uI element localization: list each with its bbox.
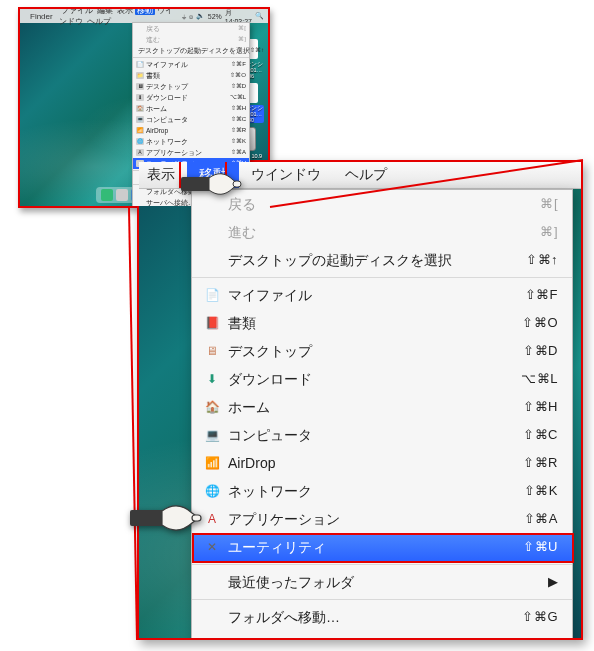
menu-ヘルプ[interactable]: ヘルプ: [333, 162, 399, 188]
menu-item[interactable]: ⬇ダウンロード⌥⌘L: [133, 92, 249, 103]
enlarged-dropdown-panel: 表示移動ウインドウヘルプ 戻る⌘[進む⌘]デスクトップの起動ディスクを選択⇧⌘↑…: [137, 160, 583, 640]
menu-編集[interactable]: 編集: [95, 7, 115, 15]
ic-network-icon: 🌐: [202, 483, 222, 499]
menu-item: 戻る⌘[: [133, 23, 249, 34]
menu-item[interactable]: デスクトップの起動ディスクを選択⇧⌘↑: [133, 45, 249, 56]
menu-item-label: マイファイル: [228, 285, 525, 305]
menu-item[interactable]: 🌐ネットワーク⇧⌘K: [133, 136, 249, 147]
menu-item[interactable]: 🏠ホーム⇧⌘H: [133, 103, 249, 114]
shortcut-label: ⇧⌘U: [523, 537, 558, 557]
menu-item-label: ネットワーク: [228, 481, 524, 501]
menu-item-label: サーバへ接続…: [228, 635, 535, 640]
menu-item-ユーティリティ[interactable]: ✕ユーティリティ⇧⌘U: [192, 533, 572, 561]
volume-icon[interactable]: 🔈: [196, 12, 205, 20]
ic-airdrop-icon: 📶: [202, 455, 222, 471]
shortcut-label: ⇧⌘A: [524, 509, 558, 529]
dock-icon[interactable]: [116, 189, 128, 201]
menu-item-最近使ったフォルダ[interactable]: 最近使ったフォルダ▶: [192, 568, 572, 596]
menu-item[interactable]: Aアプリケーション⇧⌘A: [133, 147, 249, 158]
submenu-arrow-icon: ▶: [548, 572, 559, 592]
wifi-icon[interactable]: ⏚: [182, 13, 186, 20]
menu-ウインドウ[interactable]: ウインドウ: [239, 162, 333, 188]
menu-item-アプリケーション[interactable]: Aアプリケーション⇧⌘A: [192, 505, 572, 533]
macos-menubar-big: 表示移動ウインドウヘルプ: [139, 162, 581, 189]
finder-dock-icon[interactable]: [101, 189, 113, 201]
ic-downloads-icon: ⬇: [202, 371, 222, 387]
shortcut-label: ⇧⌘F: [525, 285, 558, 305]
menu-item-戻る: 戻る⌘[: [192, 190, 572, 218]
menu-item-label: 進む: [228, 222, 540, 242]
go-menu-dropdown-big: 戻る⌘[進む⌘]デスクトップの起動ディスクを選択⇧⌘↑📄マイファイル⇧⌘F📕書類…: [191, 189, 573, 640]
macos-menubar-small: Finder ファイル編集表示移動ウインドウヘルプ ⏚ ⌾ 🔈 52% 月 14…: [20, 9, 268, 23]
shortcut-label: ⇧⌘K: [524, 481, 558, 501]
bluetooth-icon[interactable]: ⌾: [189, 13, 193, 20]
menu-item-デスクトップの起動ディスクを選択[interactable]: デスクトップの起動ディスクを選択⇧⌘↑: [192, 246, 572, 274]
menu-item-label: デスクトップの起動ディスクを選択: [228, 250, 526, 270]
menu-item-コンピュータ[interactable]: 💻コンピュータ⇧⌘C: [192, 421, 572, 449]
ic-util-icon: ✕: [202, 539, 222, 555]
shortcut-label: ⇧⌘O: [522, 313, 558, 333]
ic-desktop-icon: 🖥: [202, 343, 222, 359]
menu-item[interactable]: 📁書類⇧⌘O: [133, 70, 249, 81]
menu-item: 進む⌘]: [133, 34, 249, 45]
menu-ファイル[interactable]: ファイル: [59, 7, 95, 15]
shortcut-label: ⇧⌘C: [523, 425, 558, 445]
menu-ヘルプ[interactable]: ヘルプ: [85, 17, 113, 26]
menu-item-label: ダウンロード: [228, 369, 521, 389]
menu-item-ホーム[interactable]: 🏠ホーム⇧⌘H: [192, 393, 572, 421]
shortcut-label: ⌘[: [540, 194, 558, 214]
menu-item-label: ユーティリティ: [228, 537, 523, 557]
menu-移動[interactable]: 移動: [187, 162, 239, 188]
menu-item[interactable]: 💻コンピュータ⇧⌘C: [133, 114, 249, 125]
menu-item-label: コンピュータ: [228, 425, 523, 445]
ic-myfiles-icon: 📄: [202, 287, 222, 303]
menu-item-label: 戻る: [228, 194, 540, 214]
shortcut-label: ⇧⌘↑: [526, 250, 558, 270]
menu-item-書類[interactable]: 📕書類⇧⌘O: [192, 309, 572, 337]
menu-item-ダウンロード[interactable]: ⬇ダウンロード⌥⌘L: [192, 365, 572, 393]
menu-item[interactable]: 🖥デスクトップ⇧⌘D: [133, 81, 249, 92]
app-name[interactable]: Finder: [28, 12, 55, 21]
ic-app-icon: A: [202, 511, 222, 527]
menu-item-label: AirDrop: [228, 453, 523, 473]
menu-item[interactable]: 📄マイファイル⇧⌘F: [133, 59, 249, 70]
menu-表示[interactable]: 表示: [139, 162, 187, 188]
shortcut-label: ⇧⌘H: [523, 397, 558, 417]
spotlight-icon[interactable]: 🔍: [255, 12, 264, 20]
menu-item-label: ホーム: [228, 397, 523, 417]
menu-item-ネットワーク[interactable]: 🌐ネットワーク⇧⌘K: [192, 477, 572, 505]
menu-item-label: デスクトップ: [228, 341, 523, 361]
menu-item-マイファイル[interactable]: 📄マイファイル⇧⌘F: [192, 281, 572, 309]
shortcut-label: ⌥⌘L: [521, 369, 558, 389]
menu-item-サーバへ接続[interactable]: サーバへ接続…⌘K: [192, 631, 572, 640]
ic-docs-icon: 📕: [202, 315, 222, 331]
menu-移動[interactable]: 移動: [135, 7, 155, 15]
shortcut-label: ⇧⌘D: [523, 341, 558, 361]
battery-status[interactable]: 52%: [208, 13, 222, 20]
shortcut-label: ⌘K: [535, 635, 558, 640]
shortcut-label: ⇧⌘R: [523, 453, 558, 473]
ic-computer-icon: 💻: [202, 427, 222, 443]
menu-item-進む: 進む⌘]: [192, 218, 572, 246]
menu-item-label: フォルダへ移動…: [228, 607, 522, 627]
shortcut-label: ⌘]: [540, 222, 558, 242]
menu-item-label: アプリケーション: [228, 509, 524, 529]
menu-表示[interactable]: 表示: [115, 7, 135, 15]
menu-item-デスクトップ[interactable]: 🖥デスクトップ⇧⌘D: [192, 337, 572, 365]
menu-item-フォルダへ移動[interactable]: フォルダへ移動…⇧⌘G: [192, 603, 572, 631]
menu-item[interactable]: 📶AirDrop⇧⌘R: [133, 125, 249, 136]
menu-item-AirDrop[interactable]: 📶AirDrop⇧⌘R: [192, 449, 572, 477]
svg-line-4: [129, 208, 137, 640]
menu-item-label: 書類: [228, 313, 522, 333]
shortcut-label: ⇧⌘G: [522, 607, 558, 627]
menu-item-label: 最近使ったフォルダ: [228, 572, 548, 592]
ic-home-icon: 🏠: [202, 399, 222, 415]
